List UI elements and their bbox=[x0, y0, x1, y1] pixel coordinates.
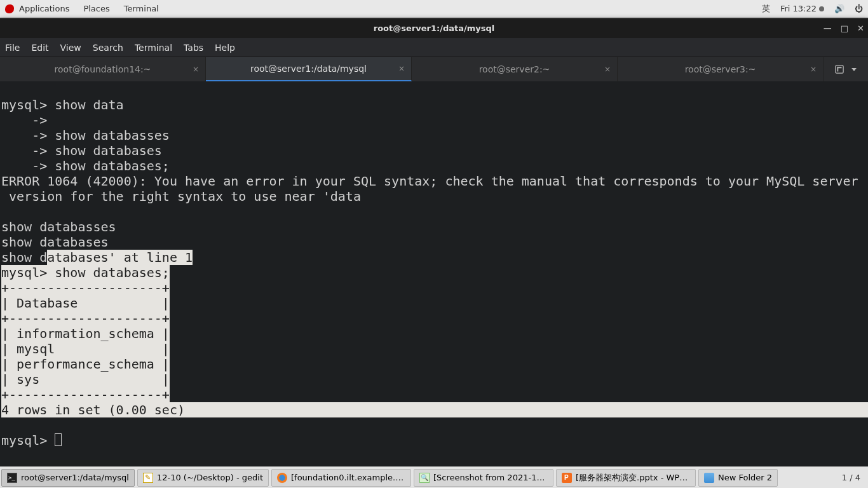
svg-rect-2 bbox=[837, 67, 839, 72]
system-tray: 英 Fri 13:22 bbox=[762, 3, 863, 15]
terminal-selection: atabases' at line 1 mysql> show database… bbox=[1, 250, 868, 417]
terminal-window: root@server1:/data/mysql — □ ✕ File Edit… bbox=[0, 18, 868, 466]
chevron-down-icon[interactable] bbox=[851, 68, 857, 71]
terminal-tabbar: root@foundation14:~× root@server1:/data/… bbox=[0, 57, 868, 81]
window-title: root@server1:/data/mysql bbox=[374, 24, 494, 33]
menu-tabs[interactable]: Tabs bbox=[184, 43, 203, 53]
ime-indicator[interactable]: 英 bbox=[762, 3, 770, 15]
task-nautilus[interactable]: New Folder 2 bbox=[698, 469, 778, 487]
task-terminal[interactable]: root@server1:/data/mysql bbox=[1, 469, 135, 487]
folder-icon bbox=[704, 473, 714, 483]
terminal-text: mysql> show data -> -> show databasses -… bbox=[1, 97, 858, 265]
applications-menu[interactable]: Applications bbox=[19, 4, 69, 13]
menu-edit[interactable]: Edit bbox=[31, 43, 48, 53]
terminal-text: mysql> bbox=[1, 433, 55, 448]
menu-terminal[interactable]: Terminal bbox=[135, 43, 172, 53]
tab-server1[interactable]: root@server1:/data/mysql× bbox=[206, 57, 412, 81]
menu-view[interactable]: View bbox=[60, 43, 81, 53]
task-firefox[interactable]: [foundation0.ilt.example.co… bbox=[271, 469, 411, 487]
close-icon[interactable]: × bbox=[810, 65, 817, 74]
new-tab-icon[interactable] bbox=[835, 65, 844, 74]
places-menu[interactable]: Places bbox=[83, 4, 109, 13]
terminal-menu[interactable]: Terminal bbox=[124, 4, 159, 13]
menu-file[interactable]: File bbox=[5, 43, 20, 53]
gedit-icon bbox=[143, 473, 153, 483]
terminal-output[interactable]: mysql> show data -> -> show databasses -… bbox=[0, 81, 868, 466]
firefox-icon bbox=[277, 473, 287, 483]
redhat-icon bbox=[5, 4, 14, 13]
close-icon[interactable]: × bbox=[193, 65, 199, 74]
wps-icon bbox=[562, 473, 572, 483]
window-titlebar[interactable]: root@server1:/data/mysql — □ ✕ bbox=[0, 18, 868, 38]
task-gedit[interactable]: 12-10 (~/Desktop) - gedit bbox=[137, 469, 269, 487]
terminal-icon bbox=[7, 473, 17, 483]
close-button[interactable]: ✕ bbox=[857, 24, 864, 33]
minimize-button[interactable]: — bbox=[824, 24, 832, 33]
tab-server2[interactable]: root@server2:~× bbox=[412, 57, 618, 81]
clock[interactable]: Fri 13:22 bbox=[780, 4, 824, 13]
gnome-top-panel: Applications Places Terminal 英 Fri 13:22 bbox=[0, 0, 868, 18]
terminal-cursor bbox=[55, 433, 62, 446]
tab-server3[interactable]: root@server3:~× bbox=[618, 57, 824, 81]
image-viewer-icon bbox=[419, 473, 430, 483]
power-icon[interactable] bbox=[855, 4, 863, 13]
tab-foundation14[interactable]: root@foundation14:~× bbox=[0, 57, 206, 81]
close-icon[interactable]: × bbox=[398, 64, 405, 73]
maximize-button[interactable]: □ bbox=[841, 24, 848, 33]
task-wps[interactable]: [服务器架构演变.pptx - WPS… bbox=[556, 469, 696, 487]
workspace-indicator[interactable]: 1 / 4 bbox=[834, 473, 868, 482]
tab-extra-controls bbox=[824, 57, 868, 81]
svg-rect-0 bbox=[836, 65, 843, 73]
bottom-taskbar: root@server1:/data/mysql 12-10 (~/Deskto… bbox=[0, 466, 868, 488]
menu-search[interactable]: Search bbox=[93, 43, 123, 53]
terminal-menubar: File Edit View Search Terminal Tabs Help bbox=[0, 38, 868, 57]
close-icon[interactable]: × bbox=[604, 65, 611, 74]
volume-icon[interactable] bbox=[834, 4, 844, 13]
menu-help[interactable]: Help bbox=[215, 43, 235, 53]
task-image-viewer[interactable]: [Screenshot from 2021-12-… bbox=[414, 469, 553, 487]
